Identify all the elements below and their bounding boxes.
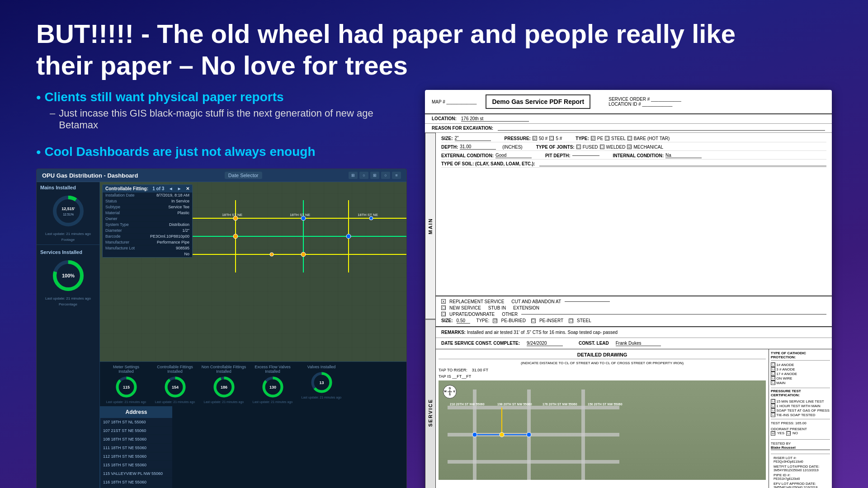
compass: N S W E (443, 385, 457, 399)
svc-new-check: ☐ (441, 305, 446, 310)
svg-text:100%: 100% (61, 273, 74, 278)
type2-pe-check: ☑ (493, 319, 497, 323)
pdf-depth-row: DEPTH: 31.00 (INCHES) TYPE OF JOINTS: ☐ … (441, 144, 826, 151)
mains-gauge-svg: 12,515' 12.51% (50, 193, 86, 229)
pdf-main-content: SIZE: 2" PRESSURE: ☑ 50 # ☐ 5 # (436, 133, 832, 488)
riser-info: RISER LOT #: PE3Qv3HOp8110ot0 METFIT LOT… (771, 454, 830, 488)
svg-text:176 20TH ST NW 55060: 176 20TH ST NW 55060 (542, 403, 577, 406)
popup-prev[interactable]: ◄ (169, 186, 173, 191)
joint-welded-check: ☐ (600, 145, 604, 149)
tap-ft-row: TAP IS __FT__FT (439, 374, 766, 379)
addr-0: 107 18TH ST NL 55060 (100, 418, 172, 427)
addr-5: 115 18TH ST NE 55060 (100, 461, 172, 469)
svg-point-18 (369, 216, 373, 220)
odorant-yes-check: ☑ (771, 431, 775, 436)
popup-row-6: Diameter 1/2" (103, 228, 192, 234)
pdf-remarks: REMARKS: Installed and air tested 31' of… (436, 326, 832, 338)
svg-point-17 (301, 252, 306, 257)
svg-text:130: 130 (269, 385, 276, 389)
mains-sub: Footage (37, 237, 99, 243)
svg-point-16 (346, 234, 351, 239)
joint-mech-check: ☑ (627, 145, 632, 149)
addr-3: 111 18TH ST NE 55060 (100, 444, 172, 452)
metric-gauge-1: 115 (114, 375, 139, 399)
popup-close[interactable]: ✕ (186, 186, 189, 191)
metric-gauge-4: 130 (260, 375, 285, 399)
popup-row-7: Barcode PE3Oml.10P8810p00 (103, 234, 192, 239)
popup-row-1: Status In Service (103, 198, 192, 204)
pdf-main-section-label: MAIN (425, 133, 436, 319)
svg-text:186: 186 (220, 385, 227, 389)
db-sidebar: Mains Installed 12,515' 12.51% Last upda… (37, 182, 100, 488)
addr-2: 108 18TH ST NE 55060 (100, 435, 172, 444)
cathodic-options: ☐ 1# ANODE ☐ 3 # ANODE ☐ 17 # ANODE ☐ ON… (771, 362, 830, 385)
bullet-1-dash: – (50, 108, 55, 119)
pdf-reason-row: REASON FOR EXCAVATION: (425, 124, 832, 133)
svg-text:198 20TH ST NW 55060: 198 20TH ST NW 55060 (497, 403, 532, 406)
odorant-row: ODORANT PRESENT ☑ YES ☐ NO (771, 427, 830, 436)
ctrl-btn-1[interactable]: ⊞ (349, 172, 358, 179)
mains-gauge: 12,515' 12.51% (37, 191, 99, 231)
metric-gauge-5: 13 (309, 370, 334, 395)
pdf-left-labels: MAIN SERVICE (425, 133, 436, 488)
address-header: Address (100, 406, 172, 418)
metric-controllable: Controllable FittingsInstalled 154 Last … (152, 365, 198, 404)
dashboard-title: OPU Gas Distribution - Dashboard (42, 172, 138, 179)
dashboard-container: OPU Gas Distribution - Dashboard Date Se… (36, 169, 407, 488)
pdf-map-num: MAP # ____________ (432, 99, 476, 104)
joint-fused-check: ☐ (576, 145, 581, 149)
popup-title-text: Controllable Fitting: (105, 186, 148, 191)
svg-point-0 (55, 197, 82, 225)
metric-excess-flow: Excess Flow ValvesInstalled 130 Last upd… (250, 365, 295, 404)
svg-text:210 20TH ST NW 55060: 210 20TH ST NW 55060 (450, 403, 485, 406)
test-press-row: TEST PRESS: 165.00 (771, 419, 830, 425)
popup-row-4: Owner (103, 216, 192, 222)
type-pe-check: ☑ (591, 136, 595, 141)
date-selector[interactable]: Date Selector (225, 172, 262, 179)
popup-row-8: Manufacturer Performance Pipe (103, 239, 192, 245)
pdf-location-row: LOCATION: 176 20th st (425, 114, 832, 124)
bullet-2-text: Cool Dashboards are just not always enou… (45, 145, 316, 159)
bullet-2-dot: • (36, 145, 41, 160)
db-main: Controllable Fitting: 1 of 3 ◄ ► ✕ Insta… (100, 182, 406, 488)
pressure-50-check: ☑ (533, 136, 537, 141)
pdf-service-section-label: SERVICE (425, 319, 436, 488)
ctrl-btn-4[interactable]: ○ (381, 172, 390, 179)
bullet-1-text: Clients still want physical paper report… (45, 90, 284, 104)
title-line1: BUT!!!!! - The old wheel had paper and p… (36, 19, 736, 48)
title-section: BUT!!!!! - The old wheel had paper and p… (0, 0, 868, 90)
pdf-svc-size-row: SIZE: 0.50 TYPE: ☑ PE-BURIED ☐ PE-INSERT… (441, 318, 826, 324)
ctrl-btn-2[interactable]: ○ (359, 172, 368, 179)
svg-point-48 (527, 432, 531, 437)
pdf-body: MAIN SERVICE SIZE: 2" (425, 133, 832, 488)
bullet-2-section: • Cool Dashboards are just not always en… (36, 137, 407, 160)
drawing-subtitle: (INDICATE DISTANCE TO CL OF STREET AND T… (439, 361, 766, 365)
pressure-5-check: ☐ (549, 136, 554, 141)
svc-replacement-check: X (441, 299, 446, 304)
pdf-size-row: SIZE: 2" PRESSURE: ☑ 50 # ☐ 5 # (441, 136, 826, 142)
addr-4: 112 18TH ST NE 55060 (100, 452, 172, 461)
odorant-no-check: ☐ (786, 431, 791, 436)
mains-meta: Last update: 21 minutes ago (37, 231, 99, 237)
pdf-title-box: Demo Gas Service PDF Report (486, 94, 590, 109)
svg-text:W: W (444, 390, 447, 393)
svg-text:12.51%: 12.51% (63, 213, 74, 216)
pdf-condition-row: EXTERNAL CONDITION: Good PIT DEPTH: INTE… (441, 153, 826, 160)
metric-meter-settings: Meter SettingsInstalled 115 Last update:… (104, 365, 149, 404)
popup-next[interactable]: ► (177, 186, 182, 191)
svg-point-19 (270, 253, 274, 256)
svg-text:154: 154 (171, 385, 178, 389)
ctrl-btn-3[interactable]: ⊞ (370, 172, 379, 179)
svg-point-47 (500, 432, 504, 437)
services-sub: Percentage (37, 301, 99, 307)
svg-text:150 20TH ST NW 55060: 150 20TH ST NW 55060 (588, 403, 623, 406)
services-gauge: 100% (37, 256, 99, 296)
pressure-test-title: PRESSURE TEST CERTIFICATION: (771, 388, 830, 397)
pdf-main-fields: SIZE: 2" PRESSURE: ☑ 50 # ☐ 5 # (436, 133, 832, 296)
addr-1: 107 21ST ST NE 55060 (100, 427, 172, 435)
pressure-test-options: ☐ 15 MIN SERVICE LINE TEST ☐ 1 HOUR TEST… (771, 399, 830, 417)
drawing-title: DETAILED DRAWING (439, 352, 766, 359)
type-steel-check: ☐ (605, 136, 609, 141)
ctrl-btn-5[interactable]: ≡ (392, 172, 401, 179)
metric-gauge-3: 186 (212, 375, 236, 399)
